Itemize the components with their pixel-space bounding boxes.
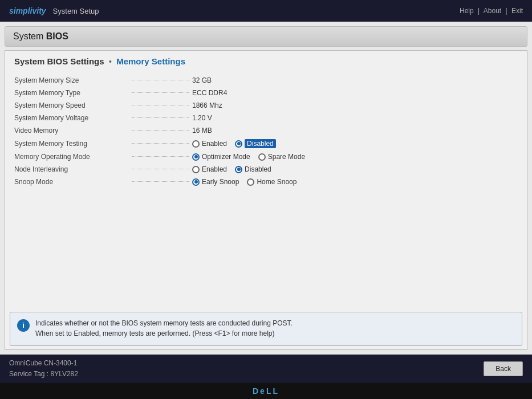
info-box: i Indicates whether or not the BIOS syst… [10,312,522,346]
dots-1 [132,92,189,93]
device-name: OmniCube CN-3400-1 [9,358,78,369]
top-bar-left: simplivity System Setup [9,6,99,15]
value-video-memory: 16 MB [192,127,212,135]
radio-option-home-snoop[interactable]: Home Snoop [247,178,297,186]
dots-5 [132,143,189,144]
setting-row-video-memory: Video Memory 16 MB [14,124,518,137]
exit-link[interactable]: Exit [511,7,523,15]
dell-logo: DeLL [253,386,279,396]
radio-label-home-snoop: Home Snoop [257,178,297,186]
label-node-interleaving: Node Interleaving [14,165,128,173]
radio-circle-home-snoop [247,178,254,186]
info-icon: i [17,319,30,332]
dots-6 [132,156,189,157]
setting-row-memory-type: System Memory Type ECC DDR4 [14,87,518,99]
dots-3 [132,117,189,118]
value-memory-speed: 1866 Mhz [192,101,222,109]
radio-option-early-snoop[interactable]: Early Snoop [192,178,239,186]
radio-option-disabled[interactable]: Disabled [235,139,276,148]
label-snoop-mode: Snoop Mode [14,178,128,186]
dots-4 [132,130,189,131]
settings-table: System Memory Size 32 GB System Memory T… [5,70,527,308]
about-link[interactable]: About [484,7,501,15]
breadcrumb-part2: Memory Settings [116,56,185,66]
service-tag: Service Tag : 8YLV282 [9,369,78,380]
pipe-1: | [478,7,480,15]
breadcrumb: System BIOS Settings • Memory Settings [5,51,527,70]
setting-row-memory-speed: System Memory Speed 1866 Mhz [14,99,518,112]
content-panel: System BIOS Settings • Memory Settings S… [5,50,527,350]
setting-row-memory-testing: System Memory Testing Enabled Disabled [14,137,518,150]
radio-label-spare: Spare Mode [268,153,305,161]
back-button[interactable]: Back [484,361,523,376]
radio-group-node-interleaving: Enabled Disabled [192,165,271,173]
label-memory-speed: System Memory Speed [14,101,128,109]
label-memory-size: System Memory Size [14,76,128,84]
radio-option-spare[interactable]: Spare Mode [258,153,305,161]
setting-row-memory-size: System Memory Size 32 GB [14,74,518,87]
radio-option-optimizer[interactable]: Optimizer Mode [192,153,250,161]
label-memory-type: System Memory Type [14,89,128,97]
radio-circle-optimizer [192,153,200,161]
radio-circle-early-snoop [192,178,200,186]
bios-header: System BIOS [5,26,527,47]
brand-logo: simplivity [9,6,46,15]
radio-circle-ni-disabled [235,166,242,173]
label-memory-voltage: System Memory Voltage [14,114,128,122]
setting-row-snoop-mode: Snoop Mode Early Snoop Home Snoop [14,176,518,188]
radio-circle-disabled [235,140,242,148]
radio-circle-spare [258,153,266,161]
top-bar-nav: Help | About | Exit [460,7,523,15]
dots-2 [132,105,189,105]
top-bar-title: System Setup [53,7,99,15]
label-memory-testing: System Memory Testing [14,140,128,148]
label-operating-mode: Memory Operating Mode [14,153,128,161]
radio-option-ni-enabled[interactable]: Enabled [192,165,227,173]
dots-7 [132,169,189,169]
radio-option-enabled[interactable]: Enabled [192,140,227,148]
radio-label-ni-enabled: Enabled [202,165,227,173]
radio-label-disabled: Disabled [245,139,276,148]
radio-label-early-snoop: Early Snoop [202,178,239,186]
value-memory-voltage: 1.20 V [192,114,212,122]
bottom-left: OmniCube CN-3400-1 Service Tag : 8YLV282 [9,358,78,380]
radio-group-memory-testing: Enabled Disabled [192,139,276,148]
radio-label-enabled: Enabled [202,140,227,148]
radio-label-optimizer: Optimizer Mode [202,153,250,161]
main-wrapper: System BIOS System BIOS Settings • Memor… [0,22,532,355]
info-text-line2: When set to Enabled, memory tests are pe… [35,329,275,337]
breadcrumb-separator: • [109,56,112,66]
label-video-memory: Video Memory [14,127,128,135]
value-memory-type: ECC DDR4 [192,89,227,97]
dell-bar: DeLL [0,383,532,399]
setting-row-node-interleaving: Node Interleaving Enabled Disabled [14,163,518,176]
bios-header-title: System BIOS [13,31,68,41]
radio-circle-enabled [192,140,200,148]
radio-group-operating-mode: Optimizer Mode Spare Mode [192,153,305,161]
radio-group-snoop-mode: Early Snoop Home Snoop [192,178,297,186]
breadcrumb-part1: System BIOS Settings [14,56,104,66]
info-text-line1: Indicates whether or not the BIOS system… [35,319,293,327]
bottom-bar: OmniCube CN-3400-1 Service Tag : 8YLV282… [0,355,532,383]
help-link[interactable]: Help [460,7,474,15]
radio-option-ni-disabled[interactable]: Disabled [235,165,271,173]
radio-circle-ni-enabled [192,166,200,173]
top-bar: simplivity System Setup Help | About | E… [0,0,532,22]
value-memory-size: 32 GB [192,76,212,84]
info-text: Indicates whether or not the BIOS system… [35,318,293,339]
dots-8 [132,181,189,182]
setting-row-memory-voltage: System Memory Voltage 1.20 V [14,112,518,124]
setting-row-operating-mode: Memory Operating Mode Optimizer Mode Spa… [14,150,518,163]
dots-0 [132,80,189,80]
radio-label-ni-disabled: Disabled [245,165,271,173]
pipe-2: | [506,7,507,15]
